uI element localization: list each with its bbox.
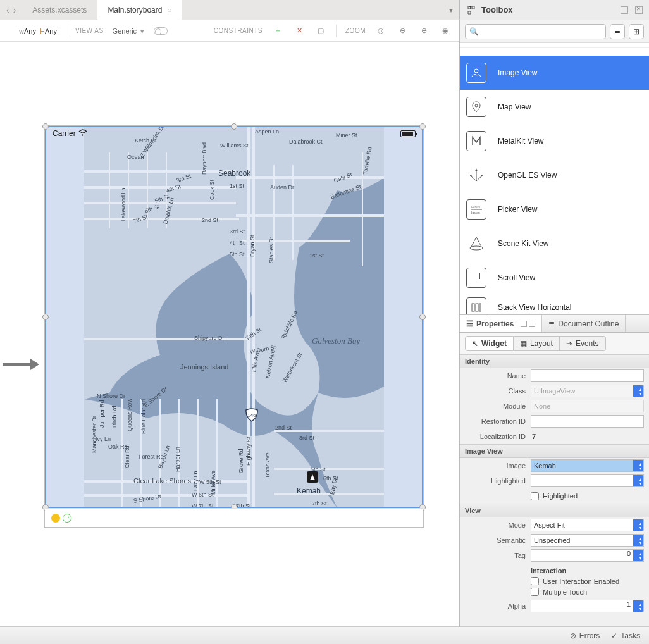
wifi-icon bbox=[78, 129, 87, 139]
toolbox-item-stack-horizontal[interactable]: Stack View Horizontal bbox=[460, 295, 649, 315]
resize-handle[interactable] bbox=[419, 314, 426, 320]
tab-dropdown-icon[interactable]: ▾ bbox=[443, 0, 459, 20]
cursor-icon: ↖ bbox=[472, 339, 478, 348]
toolbox-item-picker-view[interactable]: LoremIpsum Picker View bbox=[460, 192, 649, 226]
nav-back-icon[interactable]: ‹ bbox=[6, 5, 9, 15]
toolbox-search[interactable]: 🔍 bbox=[465, 24, 606, 39]
toolbox-item-image-view[interactable]: Image View bbox=[460, 56, 649, 90]
scene-frame[interactable]: Galveston Bay Seabrook Clear Lake Shores… bbox=[44, 125, 424, 528]
zoom-fit-icon[interactable]: ◎ bbox=[374, 25, 387, 37]
view-tag-stepper[interactable]: 0▴▾ bbox=[531, 549, 644, 562]
properties-panel[interactable]: Identity Name ClassUIImageView▴▾ ModuleN… bbox=[460, 354, 649, 626]
scenekit-icon bbox=[466, 233, 486, 254]
svg-marker-11 bbox=[475, 168, 478, 171]
first-responder-icon[interactable] bbox=[51, 514, 60, 523]
subtab-events[interactable]: ➔Events bbox=[560, 336, 606, 351]
zoom-in-icon[interactable]: ⊕ bbox=[417, 25, 430, 37]
tab-close-icon[interactable]: ○ bbox=[167, 6, 171, 14]
constraint-remove-icon[interactable]: ✕ bbox=[293, 25, 306, 37]
panel-min-icon[interactable] bbox=[521, 321, 527, 327]
map-view-icon bbox=[466, 97, 486, 117]
tab-properties[interactable]: ☰ Properties bbox=[460, 315, 542, 332]
section-view: View bbox=[460, 504, 649, 517]
ide-statusbar: ⊘Errors ✓Tasks bbox=[460, 626, 649, 644]
scene-dock[interactable] bbox=[45, 508, 423, 527]
identity-name-input[interactable] bbox=[531, 369, 644, 382]
constraint-add-icon[interactable]: ＋ bbox=[271, 25, 284, 37]
selection-outline[interactable] bbox=[45, 126, 423, 508]
tab-storyboard[interactable]: Main.storyboard ○ bbox=[97, 0, 182, 20]
zoom-label: ZOOM bbox=[345, 27, 366, 34]
view-mode-select[interactable]: Aspect Fit▴▾ bbox=[531, 519, 644, 531]
imageview-image-select[interactable]: Kemah▴▾ bbox=[531, 459, 644, 472]
layout-icon: ▦ bbox=[520, 339, 527, 348]
errors-button[interactable]: ⊘Errors bbox=[570, 631, 600, 640]
initial-vc-arrow-icon[interactable] bbox=[3, 357, 39, 372]
identity-restoration-input[interactable] bbox=[531, 415, 644, 428]
svg-marker-1 bbox=[30, 359, 39, 370]
editor-statusbar bbox=[0, 626, 460, 644]
subtab-layout[interactable]: ▦Layout bbox=[514, 336, 560, 351]
tab-assets[interactable]: Assets.xcassets bbox=[22, 0, 97, 20]
toolbox-item-scroll-view[interactable]: Scroll View bbox=[460, 261, 649, 295]
battery-icon bbox=[400, 130, 416, 137]
toolbox-list[interactable]: Image View Map View MetalKit View OpenGL… bbox=[460, 43, 649, 315]
view-semantic-select[interactable]: Unspecified▴▾ bbox=[531, 534, 644, 547]
interaction-header: Interaction bbox=[531, 564, 644, 576]
toolbox-item-opengl-view[interactable]: OpenGL ES View bbox=[460, 158, 649, 192]
svg-point-7 bbox=[475, 104, 478, 107]
search-input[interactable] bbox=[481, 27, 602, 36]
toolbox-icon: T bbox=[466, 5, 476, 15]
document-tabs: ‹ › Assets.xcassets Main.storyboard ○ ▾ bbox=[0, 0, 459, 20]
view-list-icon[interactable]: ≣ bbox=[610, 24, 625, 39]
toolbox-item-metalkit-view[interactable]: MetalKit View bbox=[460, 124, 649, 158]
view-grid-icon[interactable]: ⊞ bbox=[629, 24, 644, 39]
opengl-icon bbox=[466, 165, 486, 185]
toolbox-item-scenekit-view[interactable]: Scene Kit View bbox=[460, 226, 649, 261]
imageview-highlighted-select[interactable]: ▴▾ bbox=[531, 474, 644, 487]
tab-label: Main.storyboard bbox=[108, 6, 162, 15]
properties-icon: ☰ bbox=[466, 319, 473, 328]
toolbox-title: Toolbox bbox=[481, 5, 513, 15]
view-alpha-stepper[interactable]: 1▴▾ bbox=[531, 600, 644, 612]
zoom-out-icon[interactable]: ⊖ bbox=[396, 25, 409, 37]
outline-icon: ≣ bbox=[548, 319, 555, 328]
imageview-highlighted-checkbox[interactable]: Highlighted bbox=[531, 491, 644, 502]
stack-icon bbox=[466, 297, 486, 315]
size-class[interactable]: wAny HAny bbox=[19, 27, 57, 35]
exit-icon[interactable] bbox=[63, 514, 71, 523]
identity-class-select[interactable]: UIImageView▴▾ bbox=[531, 385, 644, 397]
viewas-label: VIEW AS bbox=[75, 27, 104, 34]
multiple-touch-checkbox[interactable]: Multiple Touch bbox=[531, 586, 644, 597]
svg-text:Ipsum: Ipsum bbox=[471, 211, 480, 214]
svg-text:T: T bbox=[469, 6, 472, 9]
toolbox-header: T Toolbox bbox=[460, 0, 649, 20]
svg-text:Lorem: Lorem bbox=[471, 205, 480, 209]
nav-fwd-icon[interactable]: › bbox=[13, 5, 16, 15]
resize-handle[interactable] bbox=[42, 314, 49, 320]
viewas-value[interactable]: Generic▼ bbox=[113, 27, 145, 35]
svg-line-9 bbox=[471, 176, 476, 181]
tasks-button[interactable]: ✓Tasks bbox=[611, 631, 640, 640]
section-imageview: Image View bbox=[460, 444, 649, 458]
constraints-label: CONSTRAINTS bbox=[214, 27, 263, 34]
check-icon: ✓ bbox=[611, 631, 617, 640]
identity-localization-value: 7 bbox=[531, 433, 644, 440]
user-interaction-checkbox[interactable]: User Interaction Enabled bbox=[531, 576, 644, 586]
svg-rect-21 bbox=[479, 304, 481, 311]
metalkit-icon bbox=[466, 131, 486, 151]
constraint-frame-icon[interactable]: ▢ bbox=[314, 25, 327, 37]
orientation-toggle[interactable] bbox=[154, 27, 168, 35]
designer-toolbar: wAny HAny VIEW AS Generic▼ CONSTRAINTS ＋… bbox=[0, 20, 459, 42]
zoom-actual-icon[interactable]: ◉ bbox=[439, 25, 452, 37]
tab-document-outline[interactable]: ≣ Document Outline bbox=[542, 315, 626, 332]
svg-line-10 bbox=[476, 176, 482, 181]
toolbox-item-map-view[interactable]: Map View bbox=[460, 90, 649, 124]
toolbox-close-icon[interactable] bbox=[635, 6, 643, 14]
image-view-icon bbox=[466, 63, 486, 83]
design-canvas[interactable]: Galveston Bay Seabrook Clear Lake Shores… bbox=[0, 42, 459, 644]
section-identity: Identity bbox=[460, 354, 649, 368]
toolbox-min-icon[interactable] bbox=[621, 6, 628, 14]
subtab-widget[interactable]: ↖Widget bbox=[465, 336, 514, 351]
panel-close-icon[interactable] bbox=[529, 321, 535, 327]
